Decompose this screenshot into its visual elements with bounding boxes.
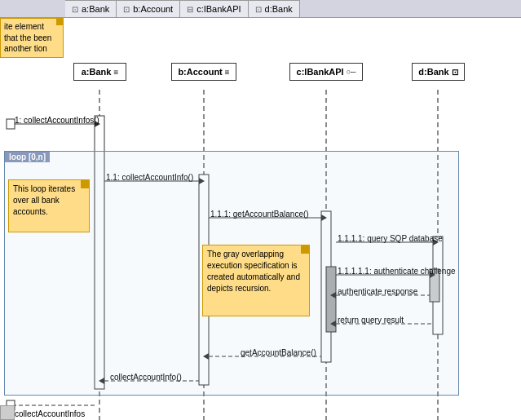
lifeline-d-label: d:Bank: [418, 67, 448, 77]
tab-c-ibankapi[interactable]: ⊟ c:IBankAPI: [180, 0, 248, 17]
tab-b-label: b:Account: [133, 4, 173, 14]
top-left-note-text: ite element that the been another tion: [4, 22, 51, 53]
msg-1-label: 1: collectAccountInfos(): [15, 116, 99, 125]
tab-b-icon: ⊡: [123, 5, 130, 14]
diagram-area: ite element that the been another tion a…: [0, 18, 521, 420]
tab-c-label: c:IBankAPI: [196, 4, 241, 14]
lifeline-b-label: b:Account: [178, 67, 222, 77]
lifeline-a-icon: ≡: [113, 68, 118, 77]
lifeline-c-icon: ○─: [347, 68, 356, 76]
tab-d-label: d:Bank: [265, 4, 293, 14]
lifeline-b-icon: ≡: [225, 68, 230, 77]
top-left-note: ite element that the been another tion: [0, 18, 64, 58]
lifeline-d-bank[interactable]: d:Bank ⊡: [412, 63, 465, 81]
lifeline-c-ibankapi[interactable]: c:IBankAPI ○─: [289, 63, 363, 81]
tab-a-icon: ⊡: [72, 5, 78, 14]
lifeline-c-label: c:IBankAPI: [297, 67, 344, 77]
lifeline-a-label: a:Bank: [82, 67, 112, 77]
recursion-note: The gray overlapping execution specifica…: [202, 245, 310, 316]
tab-a-bank[interactable]: ⊡ a:Bank: [65, 0, 117, 17]
tab-c-icon: ⊟: [187, 5, 193, 14]
loop-frame-label: loop [0,n]: [5, 152, 50, 162]
scroll-box[interactable]: [0, 405, 15, 420]
tab-b-account[interactable]: ⊡ b:Account: [117, 0, 180, 17]
tab-a-label: a:Bank: [82, 4, 109, 14]
bottom-collect-label: collectAccountInfos: [15, 409, 85, 418]
tab-d-bank[interactable]: ⊡ d:Bank: [249, 0, 300, 17]
lifeline-b-account[interactable]: b:Account ≡: [171, 63, 236, 81]
tab-bar: ⊡ a:Bank ⊡ b:Account ⊟ c:IBankAPI ⊡ d:Ba…: [0, 0, 521, 18]
lifeline-d-icon: ⊡: [452, 68, 458, 77]
svg-rect-30: [7, 119, 15, 129]
tab-d-icon: ⊡: [255, 5, 262, 14]
loop-note: This loop iterates over all bank account…: [8, 179, 90, 232]
lifeline-a-bank[interactable]: a:Bank ≡: [73, 63, 126, 81]
